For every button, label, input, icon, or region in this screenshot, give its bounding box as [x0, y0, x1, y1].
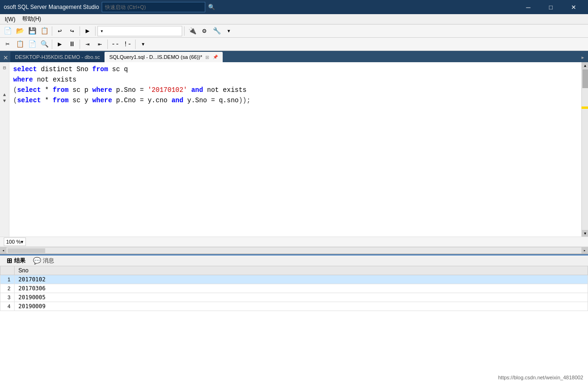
- code-editor[interactable]: select distinct Sno from sc q where not …: [9, 62, 581, 237]
- comment-btn[interactable]: --: [110, 39, 121, 50]
- title-bar-left: osoft SQL Server Management Studio 🔍: [4, 2, 215, 12]
- col-sno: Sno: [15, 266, 588, 275]
- tab-scroll-right[interactable]: ▶: [580, 53, 586, 62]
- title-bar: osoft SQL Server Management Studio 🔍 ─ □…: [0, 0, 588, 14]
- tab-messages[interactable]: 💬 消息: [30, 256, 57, 266]
- h-scroll-right-btn[interactable]: ▸: [581, 247, 588, 254]
- scrollbar-down-btn[interactable]: ▼: [582, 230, 588, 237]
- disconnect-btn[interactable]: ⚙: [199, 25, 210, 37]
- quick-launch-input[interactable]: [102, 2, 205, 12]
- scrollbar-track: [582, 69, 588, 230]
- zoom-dropdown[interactable]: 100 % ▾: [4, 238, 26, 246]
- results-container: ⊞ 结果 💬 消息 Sno 1 201701: [0, 254, 588, 385]
- title-search-area: 🔍: [102, 2, 215, 12]
- results-tabs: ⊞ 结果 💬 消息: [0, 254, 588, 266]
- collapse-btn[interactable]: ⊟: [3, 65, 6, 71]
- row-sno-1: 20170102: [15, 275, 588, 284]
- tab-query-label: SQLQuery1.sql - D...IS.DEMO (sa (66))*: [109, 54, 202, 60]
- sep3: [95, 26, 96, 36]
- h-scrollbar-track: [7, 247, 581, 254]
- title-bar-controls: ─ □ ✕: [517, 0, 584, 14]
- row-sno-4: 20190009: [15, 302, 588, 311]
- sep5: [52, 40, 52, 49]
- editor-v-scrollbar: ▲ ▼: [581, 62, 588, 237]
- tab-pin-icon[interactable]: 📌: [213, 55, 218, 59]
- left-gutter: ⊟ ▲ ▼: [0, 62, 9, 237]
- close-tab-x[interactable]: ✕: [2, 53, 9, 62]
- scroll-down-btn[interactable]: ▼: [3, 98, 6, 104]
- sep2: [80, 26, 80, 36]
- connect-btn[interactable]: 🔌: [186, 25, 198, 37]
- sep7: [107, 40, 108, 49]
- maximize-button[interactable]: □: [540, 0, 562, 14]
- code-line-3: (select * from sc p where p.Sno = '20170…: [13, 85, 578, 95]
- undo-btn[interactable]: ↩: [54, 25, 65, 37]
- results-grid-icon: ⊞: [7, 257, 12, 264]
- results-tab-label: 结果: [14, 257, 25, 265]
- database-dropdown[interactable]: ▾: [97, 26, 182, 36]
- unindent-btn[interactable]: ⇤: [94, 39, 105, 50]
- dropdown-arrow-icon: ▾: [101, 29, 103, 33]
- zoom-bar: 100 % ▾: [0, 237, 588, 247]
- tab-results[interactable]: ⊞ 结果: [4, 256, 28, 266]
- row-num-2: 2: [0, 284, 15, 293]
- table-row[interactable]: 1 20170102: [0, 275, 588, 284]
- more-btn[interactable]: ▾: [223, 25, 234, 37]
- table-row[interactable]: 4 20190009: [0, 302, 588, 311]
- table-row[interactable]: 3 20190005: [0, 293, 588, 302]
- table-row[interactable]: 2 20170306: [0, 284, 588, 293]
- debug-btn[interactable]: ⏸: [66, 39, 78, 50]
- row-sno-3: 20190005: [15, 293, 588, 302]
- tab-query[interactable]: SQLQuery1.sql - D...IS.DEMO (sa (66))* ⊠…: [105, 52, 222, 62]
- col-num: [0, 266, 15, 275]
- scroll-up-btn[interactable]: ▲: [3, 92, 6, 98]
- paste-btn[interactable]: 📄: [26, 39, 38, 50]
- open-btn[interactable]: 📂: [14, 25, 25, 37]
- execute-btn[interactable]: ▶: [82, 25, 93, 37]
- menu-bar: I(W) 帮助(H): [0, 14, 588, 25]
- zoom-arrow-icon: ▾: [21, 239, 24, 245]
- zoom-value: 100 %: [6, 239, 21, 245]
- results-msg-icon: 💬: [33, 257, 41, 264]
- properties-btn[interactable]: 🔧: [211, 25, 222, 37]
- menu-item-help[interactable]: 帮助(H): [19, 15, 44, 24]
- sep1: [52, 26, 52, 36]
- code-line-4: (select * from sc y where p.Cno = y.cno …: [13, 95, 578, 106]
- sep4: [184, 26, 185, 36]
- copy-btn[interactable]: 📋: [14, 39, 25, 50]
- find-btn[interactable]: 🔍: [39, 39, 50, 50]
- h-scrollbar-thumb[interactable]: [8, 248, 45, 253]
- tab-close-icon[interactable]: ⊠: [205, 55, 209, 60]
- tab-object-label: DESKTOP-H35KDIS.DEMO - dbo.sc: [15, 54, 100, 60]
- indent-btn[interactable]: ⇥: [82, 39, 93, 50]
- main-content: ⊟ ▲ ▼ select distinct Sno from sc q wher…: [0, 62, 588, 385]
- app-title: osoft SQL Server Management Studio: [4, 4, 99, 10]
- save-all-btn[interactable]: 📋: [39, 25, 50, 37]
- new-query-btn[interactable]: 📄: [2, 25, 13, 37]
- editor-container: ⊟ ▲ ▼ select distinct Sno from sc q wher…: [0, 62, 588, 237]
- search-icon: 🔍: [208, 4, 215, 10]
- toolbar-row2: ✂ 📋 📄 🔍 ▶ ⏸ ⇥ ⇤ -- !- ▾: [0, 38, 588, 51]
- code-line-1: select distinct Sno from sc q: [13, 64, 578, 74]
- menu-item-file[interactable]: I(W): [2, 15, 18, 24]
- row-num-4: 4: [0, 302, 15, 311]
- more2-btn[interactable]: ▾: [137, 39, 149, 50]
- save-btn[interactable]: 💾: [26, 25, 38, 37]
- h-scroll-left-btn[interactable]: ◂: [0, 247, 7, 254]
- close-button[interactable]: ✕: [563, 0, 584, 14]
- row-sno-2: 20170306: [15, 284, 588, 293]
- cut-btn[interactable]: ✂: [2, 39, 13, 50]
- row-num-3: 3: [0, 293, 15, 302]
- messages-tab-label: 消息: [43, 257, 54, 265]
- redo-btn[interactable]: ↪: [66, 25, 78, 37]
- h-scrollbar: ◂ ▸: [0, 247, 588, 254]
- scrollbar-thumb[interactable]: [582, 69, 588, 88]
- results-table: Sno 1 20170102 2 20170306 3 20190005: [0, 266, 588, 311]
- execute2-btn[interactable]: ▶: [54, 39, 65, 50]
- uncomment-btn[interactable]: !-: [122, 39, 133, 50]
- tab-bar: ✕ DESKTOP-H35KDIS.DEMO - dbo.sc SQLQuery…: [0, 51, 588, 62]
- results-area: Sno 1 20170102 2 20170306 3 20190005: [0, 266, 588, 385]
- tab-object-explorer[interactable]: DESKTOP-H35KDIS.DEMO - dbo.sc: [10, 52, 105, 62]
- scrollbar-up-btn[interactable]: ▲: [582, 62, 588, 69]
- minimize-button[interactable]: ─: [517, 0, 539, 14]
